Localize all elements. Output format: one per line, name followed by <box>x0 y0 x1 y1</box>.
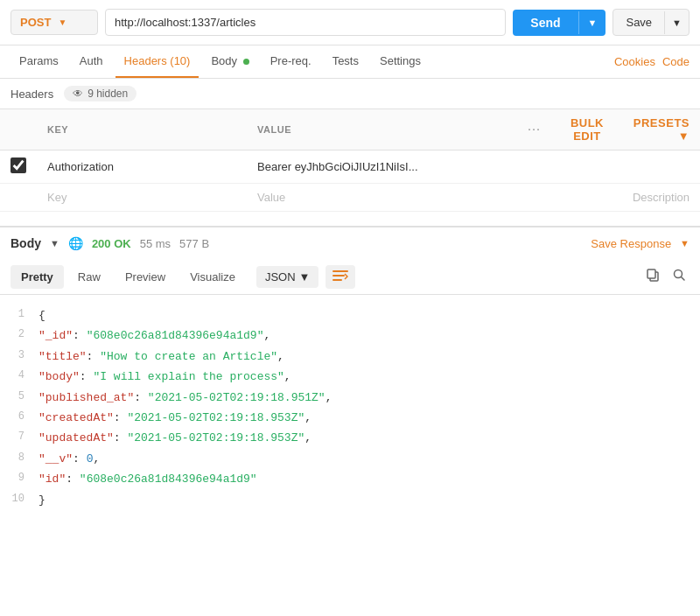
line-number: 5 <box>7 388 38 407</box>
json-line: 3"title": "How to create an Article", <box>0 346 700 367</box>
line-number: 3 <box>7 346 38 366</box>
body-label[interactable]: Body <box>10 236 41 250</box>
tab-raw[interactable]: Raw <box>67 265 111 289</box>
line-number: 9 <box>7 469 38 488</box>
svg-rect-4 <box>648 270 655 278</box>
hidden-badge[interactable]: 👁 9 hidden <box>64 86 136 102</box>
line-content: "_id": "608e0c26a81d84396e94a1d9", <box>38 326 270 346</box>
response-tabs: Pretty Raw Preview Visualize JSON ▼ <box>0 259 700 295</box>
url-input[interactable] <box>105 9 506 36</box>
table-row-empty: Key Value Description <box>0 184 700 212</box>
line-number: 2 <box>7 326 38 345</box>
eye-icon: 👁 <box>73 88 83 100</box>
save-dropdown-icon[interactable]: ▼ <box>664 11 689 34</box>
method-label: POST <box>20 16 51 29</box>
row-checkbox[interactable] <box>10 158 26 173</box>
line-number: 7 <box>7 428 38 447</box>
line-content: "published_at": "2021-05-02T02:19:18.951… <box>38 388 332 408</box>
json-line: 7"updatedAt": "2021-05-02T02:19:18.953Z"… <box>0 428 700 448</box>
empty-value-cell[interactable]: Value <box>247 184 517 212</box>
cookies-link[interactable]: Cookies <box>614 55 655 68</box>
search-icon <box>672 268 686 282</box>
row-key[interactable]: Authorization <box>37 150 247 184</box>
tab-settings[interactable]: Settings <box>371 46 430 78</box>
presets-button[interactable]: Presets ▼ <box>634 116 690 143</box>
line-number: 8 <box>7 449 38 468</box>
send-button[interactable]: Send ▼ <box>513 10 606 36</box>
resp-tab-right-actions <box>642 264 690 289</box>
save-response-button[interactable]: Save Response <box>591 237 671 250</box>
svg-rect-2 <box>332 279 342 281</box>
tab-params[interactable]: Params <box>10 46 67 78</box>
tab-prereq[interactable]: Pre-req. <box>262 46 320 78</box>
copy-icon <box>646 268 660 282</box>
line-content: "id": "608e0c26a81d84396e94a1d9" <box>38 469 257 489</box>
line-number: 10 <box>7 490 38 509</box>
col-value-header: VALUE <box>247 109 517 150</box>
wrap-button[interactable] <box>326 265 355 289</box>
save-label: Save <box>613 10 664 35</box>
nav-tabs: Params Auth Headers (10) Body Pre-req. T… <box>0 46 700 79</box>
line-content: } <box>38 490 46 510</box>
top-bar: POST ▼ Send ▼ Save ▼ <box>0 0 700 46</box>
body-dot <box>243 59 249 65</box>
json-content: 1{2"_id": "608e0c26a81d84396e94a1d9",3"t… <box>0 295 700 521</box>
svg-rect-0 <box>332 270 348 272</box>
key-placeholder: Key <box>47 191 66 204</box>
send-dropdown-icon[interactable]: ▼ <box>578 11 606 34</box>
headers-section-label: Headers <box>10 88 53 101</box>
line-number: 1 <box>7 305 38 325</box>
format-chevron-icon: ▼ <box>299 270 311 284</box>
format-label: JSON <box>265 270 296 284</box>
json-line: 9"id": "608e0c26a81d84396e94a1d9" <box>0 469 700 489</box>
status-badge: 200 OK <box>92 237 131 250</box>
line-content: "__v": 0, <box>38 449 100 469</box>
tab-tests[interactable]: Tests <box>324 46 368 78</box>
tab-pretty[interactable]: Pretty <box>10 265 64 289</box>
desc-placeholder: Description <box>633 191 690 204</box>
response-time: 55 ms <box>140 237 171 250</box>
json-line: 2"_id": "608e0c26a81d84396e94a1d9", <box>0 326 700 346</box>
line-content: "body": "I will explain the process", <box>38 367 291 387</box>
tab-visualize[interactable]: Visualize <box>179 265 246 289</box>
response-size: 577 B <box>179 237 209 250</box>
json-line: 4"body": "I will explain the process", <box>0 367 700 387</box>
line-content: "updatedAt": "2021-05-02T02:19:18.953Z", <box>38 428 312 448</box>
tab-body[interactable]: Body <box>202 46 257 78</box>
save-response-chevron-icon[interactable]: ▼ <box>680 238 690 248</box>
more-options-button[interactable]: ··· <box>528 124 541 135</box>
format-select[interactable]: JSON ▼ <box>256 266 319 288</box>
copy-button[interactable] <box>642 264 663 289</box>
row-checkbox-cell[interactable] <box>0 150 37 184</box>
empty-key-cell[interactable]: Key <box>37 184 247 212</box>
headers-table: KEY VALUE ··· Bulk Edit Presets ▼ Author… <box>0 109 700 212</box>
line-content: "title": "How to create an Article", <box>38 346 284 367</box>
tab-headers[interactable]: Headers (10) <box>116 46 200 78</box>
tab-auth[interactable]: Auth <box>71 46 112 78</box>
table-row: Authorization Bearer eyJhbGciOiJIUzI1NiI… <box>0 150 700 184</box>
value-placeholder: Value <box>257 191 285 204</box>
json-line: 10} <box>0 490 700 510</box>
json-line: 8"__v": 0, <box>0 449 700 469</box>
json-line: 1{ <box>0 305 700 326</box>
bulk-edit-button[interactable]: Bulk Edit <box>570 116 604 143</box>
line-content: { <box>38 305 46 326</box>
search-button[interactable] <box>668 264 690 289</box>
col-key-header: KEY <box>37 109 247 150</box>
body-chevron-icon: ▼ <box>50 238 60 248</box>
line-number: 6 <box>7 408 38 427</box>
globe-icon: 🌐 <box>68 236 83 250</box>
svg-rect-1 <box>332 275 345 276</box>
headers-badge: (10) <box>170 54 190 67</box>
json-line: 6"createdAt": "2021-05-02T02:19:18.953Z"… <box>0 408 700 428</box>
response-bar: Body ▼ 🌐 200 OK 55 ms 577 B Save Respons… <box>0 226 700 259</box>
line-number: 4 <box>7 367 38 386</box>
method-select[interactable]: POST ▼ <box>10 10 98 35</box>
hidden-count: 9 hidden <box>88 88 128 100</box>
tab-preview[interactable]: Preview <box>115 265 176 289</box>
nav-right: Cookies Code <box>614 55 690 68</box>
code-link[interactable]: Code <box>662 55 690 68</box>
row-value[interactable]: Bearer eyJhbGciOiJIUzI1NiIsI... <box>247 150 517 184</box>
save-button[interactable]: Save ▼ <box>612 9 690 36</box>
headers-bar: Headers 👁 9 hidden <box>0 79 700 109</box>
